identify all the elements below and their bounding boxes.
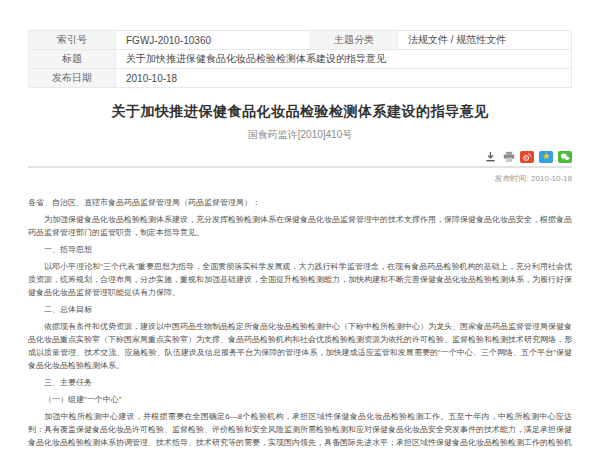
section-2-paragraph: 依据现有条件和优势资源，建设以中国药品生物制品检定所食品化妆品检验检测中心（下称…	[28, 320, 572, 372]
meta-row-2: 标题 关于加快推进保健食品化妆品检验检测体系建设的指导意见	[29, 50, 572, 69]
meta-label-index: 索引号	[29, 31, 116, 50]
section-1-paragraph: 以邓小平理论和“三个代表”重要思想为指导，全面贯彻落实科学发展观，大力践行科学监…	[28, 260, 572, 299]
page-title: 关于加快推进保健食品化妆品检验检测体系建设的指导意见	[28, 103, 572, 121]
metadata-table: 索引号 FGWJ-2010-10360 主题分类 法规文件 / 规范性文件 标题…	[28, 30, 572, 88]
weibo-share-icon[interactable]	[520, 151, 534, 163]
intro-paragraph: 为加强保健食品化妆品检验检测体系建设，充分发挥检验检测体系在保健食品化妆品监督管…	[28, 213, 572, 239]
meta-label-date: 发布日期	[29, 69, 116, 88]
section-2-heading: 二、总体目标	[28, 303, 572, 316]
download-icon[interactable]	[484, 151, 497, 163]
qzone-share-icon[interactable]: ★	[539, 151, 553, 163]
salutation: 各省、自治区、直辖市食品药品监督管理局（药品监督管理局）：	[28, 196, 572, 209]
meta-label-category: 主题分类	[311, 31, 398, 50]
toolbar: ★	[28, 150, 572, 163]
meta-value-category: 法规文件 / 规范性文件	[398, 31, 572, 50]
publish-time: 发布时间: 2010-10-18	[28, 173, 572, 184]
print-icon[interactable]	[502, 151, 515, 163]
meta-row-1: 索引号 FGWJ-2010-10360 主题分类 法规文件 / 规范性文件	[29, 31, 572, 50]
star-glyph: ★	[542, 152, 550, 161]
meta-value-index: FGWJ-2010-10360	[116, 31, 311, 50]
header-divider	[28, 166, 572, 168]
wechat-share-icon[interactable]	[558, 151, 572, 163]
publish-time-label: 发布时间:	[495, 174, 529, 183]
article-body: 各省、自治区、直辖市食品药品监督管理局（药品监督管理局）： 为加强保健食品化妆品…	[28, 196, 572, 450]
document-number: 国食药监许[2010]410号	[28, 128, 572, 142]
meta-row-3: 发布日期 2010-10-18	[29, 69, 572, 88]
meta-value-title: 关于加快推进保健食品化妆品检验检测体系建设的指导意见	[116, 50, 572, 69]
section-3-paragraph: 加强中检所检测中心建设，并根据需要在全国确定6—8个检验机构，承担区域性保健食品…	[28, 410, 572, 450]
section-3-heading: 三、主要任务	[28, 376, 572, 389]
section-3-sub-heading: （一）组建“一个中心”	[28, 393, 572, 406]
meta-label-title: 标题	[29, 50, 116, 69]
section-1-heading: 一、指导思想	[28, 243, 572, 256]
meta-value-date: 2010-10-18	[116, 69, 572, 88]
document-page: 索引号 FGWJ-2010-10360 主题分类 法规文件 / 规范性文件 标题…	[28, 0, 572, 450]
publish-time-value: 2010-10-18	[531, 174, 572, 183]
